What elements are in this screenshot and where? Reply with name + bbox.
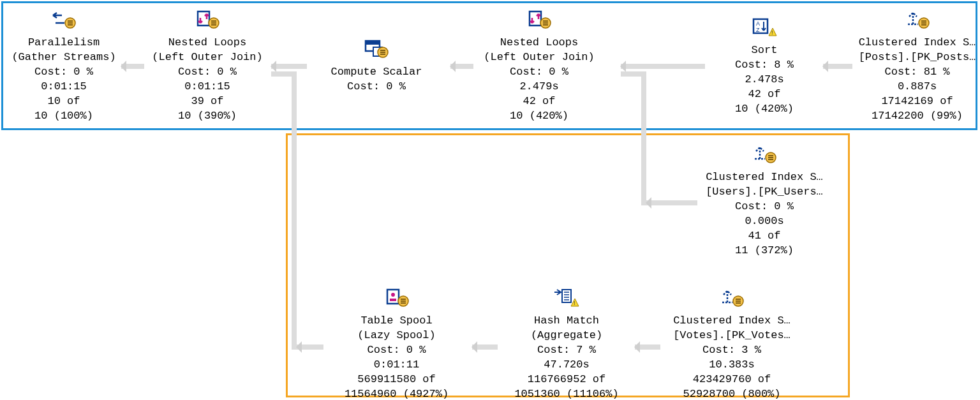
node-rows: 42 of xyxy=(713,87,815,102)
hash-match-icon: ! xyxy=(553,287,580,307)
node-title: Compute Scalar xyxy=(313,65,440,80)
clustered-index-scan-icon xyxy=(718,287,745,307)
node-cost: Cost: 0 % xyxy=(701,200,828,214)
node-rows: 42 of xyxy=(479,94,600,109)
node-parallelism[interactable]: Parallelism (Gather Streams) Cost: 0 % 0… xyxy=(6,9,121,124)
node-title: Clustered Index S… xyxy=(665,314,799,329)
node-rows2: 11 (372%) xyxy=(701,244,828,258)
node-rows2: 10 (420%) xyxy=(479,109,600,124)
node-subtitle: (Left Outer Join) xyxy=(147,50,268,65)
node-time: 2.479s xyxy=(479,80,600,94)
arrow xyxy=(121,64,144,69)
node-rows: 569911580 of xyxy=(328,373,465,387)
arrow xyxy=(472,344,498,350)
arrow xyxy=(823,64,852,69)
node-title: Sort xyxy=(713,43,815,58)
node-cost: Cost: 81 % xyxy=(855,65,979,80)
node-title: Clustered Index S… xyxy=(701,170,828,185)
node-rows: 10 of xyxy=(6,94,121,109)
svg-rect-18 xyxy=(390,299,396,301)
node-cost: Cost: 0 % xyxy=(313,80,440,94)
node-rows: 423429760 of xyxy=(665,373,799,387)
node-rows2: 11564960 (4927%) xyxy=(328,387,465,400)
svg-text:Z: Z xyxy=(756,27,760,33)
node-rows: 41 of xyxy=(701,229,828,244)
node-clustered-index-scan-votes[interactable]: Clustered Index S… [Votes].[PK_Votes… Co… xyxy=(665,287,799,400)
node-object: [Users].[PK_Users… xyxy=(701,185,828,200)
svg-rect-4 xyxy=(366,41,380,45)
svg-point-17 xyxy=(391,293,395,297)
node-cost: Cost: 3 % xyxy=(665,343,799,358)
node-rows2: 10 (420%) xyxy=(713,102,815,117)
parallelism-icon xyxy=(50,9,77,29)
node-title: Hash Match xyxy=(503,314,630,329)
node-rows2: 1051360 (11106%) xyxy=(503,387,630,400)
node-rows2: 10 (390%) xyxy=(147,109,268,124)
node-rows2: 52928700 (800%) xyxy=(665,387,799,400)
node-rows: 17142169 of xyxy=(855,94,979,109)
node-title: Table Spool xyxy=(328,314,465,329)
arrow xyxy=(450,64,473,69)
node-clustered-index-seek-users[interactable]: Clustered Index S… [Users].[PK_Users… Co… xyxy=(701,144,828,258)
svg-text:!: ! xyxy=(574,300,575,306)
arrow xyxy=(271,64,307,69)
node-compute-scalar[interactable]: Compute Scalar Cost: 0 % xyxy=(313,38,440,94)
node-hash-match[interactable]: ! Hash Match (Aggregate) Cost: 7 % 47.72… xyxy=(503,287,630,400)
node-cost: Cost: 8 % xyxy=(713,58,815,73)
node-subtitle: (Gather Streams) xyxy=(6,50,121,65)
node-cost: Cost: 0 % xyxy=(479,65,600,80)
table-spool-icon xyxy=(383,287,410,307)
node-subtitle: (Lazy Spool) xyxy=(328,329,465,343)
arrow xyxy=(297,344,323,350)
node-title: Nested Loops xyxy=(479,36,600,50)
arrow xyxy=(635,344,660,350)
nested-loops-icon xyxy=(526,9,553,29)
svg-rect-20 xyxy=(562,290,571,302)
clustered-index-scan-icon xyxy=(904,9,931,29)
node-rows: 39 of xyxy=(147,94,268,109)
node-title: Clustered Index S… xyxy=(855,36,979,50)
connector xyxy=(292,71,297,350)
node-subtitle: (Left Outer Join) xyxy=(479,50,600,65)
node-cost: Cost: 7 % xyxy=(503,343,630,358)
node-title: Parallelism xyxy=(6,36,121,50)
node-cost: Cost: 0 % xyxy=(147,65,268,80)
node-time: 0.887s xyxy=(855,80,979,94)
arrow xyxy=(646,200,697,205)
node-cost: Cost: 0 % xyxy=(328,343,465,358)
node-subtitle: (Aggregate) xyxy=(503,329,630,343)
sort-icon: A Z ! xyxy=(751,17,778,37)
svg-text:A: A xyxy=(756,20,760,27)
arrow xyxy=(621,64,705,69)
svg-rect-7 xyxy=(530,11,541,26)
node-rows2: 10 (100%) xyxy=(6,109,121,124)
node-title: Nested Loops xyxy=(147,36,268,50)
node-rows2: 17142200 (99%) xyxy=(855,109,979,124)
node-sort[interactable]: A Z ! Sort Cost: 8 % 2.478s 42 of 10 (42… xyxy=(713,17,815,117)
node-cost: Cost: 0 % xyxy=(6,65,121,80)
node-nested-loops-2[interactable]: Nested Loops (Left Outer Join) Cost: 0 %… xyxy=(479,9,600,124)
node-object: [Posts].[PK_Posts… xyxy=(855,50,979,65)
node-time: 0:01:15 xyxy=(6,80,121,94)
node-time: 0:01:15 xyxy=(147,80,268,94)
node-time: 2.478s xyxy=(713,73,815,87)
svg-rect-1 xyxy=(198,11,209,26)
compute-scalar-icon xyxy=(363,38,390,59)
node-nested-loops-1[interactable]: Nested Loops (Left Outer Join) Cost: 0 %… xyxy=(147,9,268,124)
node-table-spool[interactable]: Table Spool (Lazy Spool) Cost: 0 % 0:01:… xyxy=(328,287,465,400)
node-time: 10.383s xyxy=(665,358,799,373)
node-rows: 116766952 of xyxy=(503,373,630,387)
svg-text:!: ! xyxy=(771,29,773,36)
node-object: [Votes].[PK_Votes… xyxy=(665,329,799,343)
nested-loops-icon xyxy=(194,9,221,29)
node-clustered-index-scan-posts[interactable]: Clustered Index S… [Posts].[PK_Posts… Co… xyxy=(855,9,979,124)
node-time: 0:01:11 xyxy=(328,358,465,373)
clustered-index-seek-icon xyxy=(751,144,778,164)
node-time: 47.720s xyxy=(503,358,630,373)
connector xyxy=(641,71,646,205)
node-time: 0.000s xyxy=(701,214,828,229)
